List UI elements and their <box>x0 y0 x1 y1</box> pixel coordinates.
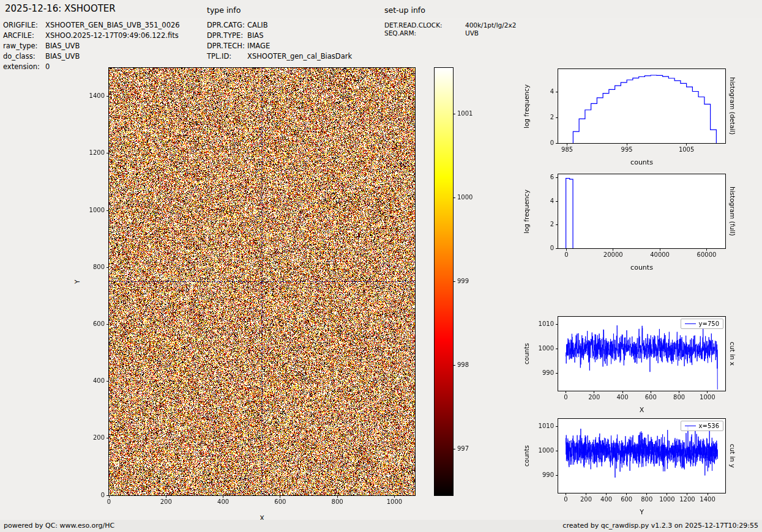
tick-label: 400 <box>616 394 628 401</box>
meta-label: ORIGFILE: <box>3 21 45 29</box>
tick-label: 1000 <box>89 207 105 213</box>
tick-mark <box>622 391 623 393</box>
cut-in-y-plot: x=536 Y counts cut in y 0200400600800100… <box>558 419 725 493</box>
meta-value: BIAS <box>247 31 263 40</box>
meta-do-class: do_class:BIAS_UVB <box>3 52 80 61</box>
tick-label: 400 <box>93 377 105 384</box>
tick-mark <box>606 493 607 495</box>
meta-value: 0 <box>45 62 50 71</box>
meta-value: XSHOOTER_gen_cal_BiasDark <box>247 52 352 61</box>
tick-label: 1200 <box>89 149 105 156</box>
tick-mark <box>556 426 558 427</box>
tick-mark <box>567 143 567 146</box>
y-axis-label: log frequency <box>523 174 530 248</box>
tick-label: 800 <box>641 496 652 503</box>
tick-label: 200 <box>588 394 600 401</box>
meta-dpr-catg: DPR.CATG:CALIB <box>207 21 268 29</box>
tick-mark <box>280 495 280 498</box>
tick-mark <box>679 391 679 393</box>
tick-mark <box>687 493 687 495</box>
meta-value: XSHOOTER_GEN_BIAS_UVB_351_0026 <box>45 21 180 29</box>
tick-mark <box>706 248 707 251</box>
tick-mark <box>660 248 660 251</box>
tick-mark <box>337 495 338 498</box>
tick-label: 600 <box>621 496 632 503</box>
y-axis-label: log frequency <box>523 69 530 143</box>
tick-label: 1000 <box>700 394 715 401</box>
tick-label: 1010 <box>539 423 554 429</box>
tick-mark <box>627 143 627 146</box>
type-info-heading: type info <box>207 6 241 15</box>
tick-mark <box>556 92 558 92</box>
tick-mark <box>106 324 109 325</box>
tick-label: 997 <box>457 445 469 452</box>
tick-label: 0 <box>107 498 111 505</box>
tick-mark <box>106 153 109 153</box>
histogram-full-plot: counts log frequency histogram (full) 02… <box>558 174 725 248</box>
tick-mark <box>106 210 109 211</box>
y-axis-label: Y <box>73 68 81 495</box>
tick-label: 0 <box>550 139 554 146</box>
histogram-detail-plot: counts log frequency histogram (detail) … <box>558 69 725 143</box>
x-axis-label: counts <box>558 158 725 166</box>
meta-label: DET.READ.CLOCK: <box>384 21 465 29</box>
tick-label: 0 <box>564 496 567 503</box>
tick-mark <box>613 248 613 251</box>
tick-label: 200 <box>580 496 592 503</box>
tick-label: 60000 <box>697 251 717 258</box>
meta-label: ARCFILE: <box>3 31 45 40</box>
tick-mark <box>556 224 558 225</box>
meta-raw-type: raw_type:BIAS_UVB <box>3 42 80 50</box>
tick-label: 995 <box>621 146 633 153</box>
footer-right-text: created by qc_rawdisp.py v1.2.3 on 2025-… <box>562 522 758 530</box>
tick-mark <box>556 248 558 249</box>
tick-label: 2 <box>550 114 554 120</box>
meta-value: XSHOO.2025-12-17T09:49:06.122.fits <box>45 31 179 40</box>
setup-info-heading: set-up info <box>384 6 425 15</box>
tick-mark <box>566 248 567 251</box>
qc-report-page: 2025-12-16: XSHOOTER type info set-up in… <box>0 0 762 532</box>
tick-label: 0 <box>564 394 567 401</box>
legend-line-sample <box>685 323 696 324</box>
tick-label: 998 <box>457 361 469 368</box>
bias-image-plot: X Y 020040060080010000200400600800100012… <box>109 68 415 495</box>
tick-mark <box>556 201 558 202</box>
tick-mark <box>453 198 455 198</box>
cut-in-x-plot: y=750 X counts cut in x 0200400600800100… <box>558 317 725 391</box>
tick-label: 999 <box>457 278 469 284</box>
meta-dpr-type: DPR.TYPE:BIAS <box>207 31 263 40</box>
legend-label: y=750 <box>699 320 719 327</box>
tick-label: 1400 <box>89 92 105 99</box>
tick-mark <box>566 391 566 393</box>
meta-extension: extension:0 <box>3 62 50 71</box>
tick-label: 20000 <box>603 251 623 258</box>
right-axis-label: histogram (detail) <box>729 69 736 143</box>
tick-label: 1000 <box>659 496 674 503</box>
tick-mark <box>223 495 223 498</box>
histogram-detail-canvas <box>558 69 725 143</box>
tick-mark <box>556 475 558 476</box>
tick-mark <box>556 143 558 144</box>
meta-seq-arm: SEQ.ARM:UVB <box>384 29 479 37</box>
right-axis-label: cut in x <box>729 317 736 391</box>
tick-label: 200 <box>93 434 105 441</box>
tick-mark <box>109 495 110 498</box>
legend: y=750 <box>681 319 723 329</box>
tick-label: 40000 <box>650 251 670 258</box>
meta-value: UVB <box>465 29 479 37</box>
tick-mark <box>394 495 395 498</box>
tick-mark <box>651 391 651 393</box>
tick-label: 600 <box>645 394 657 401</box>
tick-label: 600 <box>274 498 286 505</box>
meta-label: SEQ.ARM: <box>384 29 465 37</box>
tick-label: 0 <box>101 492 105 498</box>
tick-mark <box>708 493 708 495</box>
colorbar: 99799899910001001 <box>435 68 453 495</box>
tick-mark <box>106 438 109 438</box>
tick-mark <box>556 373 558 374</box>
tick-mark <box>556 117 558 118</box>
tick-mark <box>556 324 558 325</box>
x-axis-label: Y <box>558 508 725 516</box>
meta-label: DPR.CATG: <box>207 21 247 29</box>
meta-label: DPR.TECH: <box>207 42 247 50</box>
